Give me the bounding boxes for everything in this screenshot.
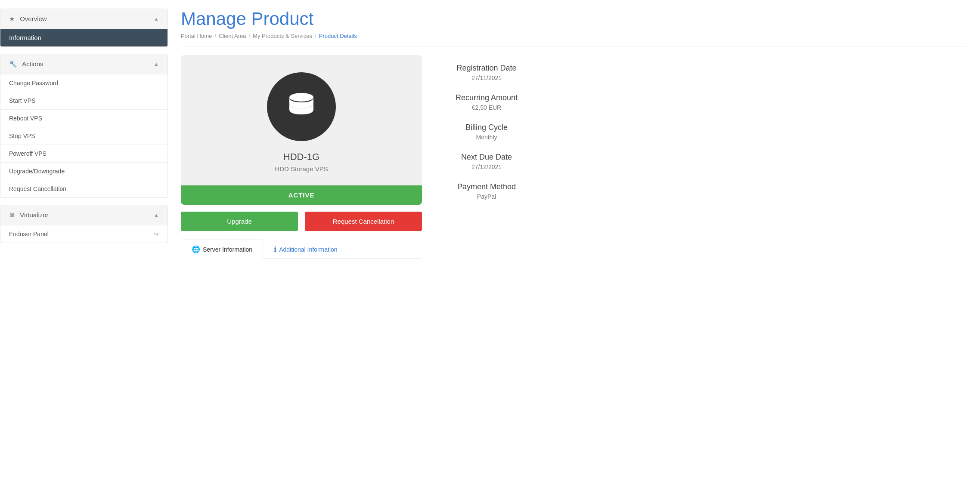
product-section: HDD-1G HDD Storage VPS ACTIVE Upgrade Re… (181, 55, 422, 259)
billing-cycle-item: Billing Cycle Monthly (439, 123, 534, 141)
breadcrumb-portal-home[interactable]: Portal Home (181, 33, 212, 39)
registration-date-value: 27/11/2021 (439, 74, 534, 81)
product-status: ACTIVE (181, 185, 422, 205)
breadcrumb-my-products[interactable]: My Products & Services (253, 33, 312, 39)
enduser-panel-label: Enduser Panel (9, 231, 49, 237)
sidebar-item-start-vps[interactable]: Start VPS (0, 92, 167, 109)
tab-additional-info-label: Additional Information (279, 246, 337, 253)
chevron-up-icon: ▲ (154, 16, 159, 22)
next-due-date-label: Next Due Date (439, 153, 534, 162)
product-card-body: HDD-1G HDD Storage VPS (181, 55, 422, 185)
breadcrumb: Portal Home / Client Area / My Products … (181, 33, 967, 46)
tab-server-info-label: Server Information (203, 246, 252, 253)
registration-date-item: Registration Date 27/11/2021 (439, 64, 534, 81)
page-title: Manage Product (181, 9, 967, 29)
recurring-amount-item: Recurring Amount €2,50 EUR (439, 93, 534, 111)
sidebar-section-overview: ★ Overview ▲ Information (0, 9, 168, 47)
sidebar-item-change-password[interactable]: Change Password (0, 74, 167, 92)
actions-label: Actions (22, 60, 43, 68)
tab-additional-information[interactable]: ℹ Additional Information (263, 240, 348, 259)
globe-icon: 🌐 (192, 245, 200, 253)
sidebar-section-virtualizor: ☸ Virtualizor ▲ Enduser Panel ↪ (0, 205, 168, 243)
right-panel: Registration Date 27/11/2021 Recurring A… (422, 55, 551, 221)
svg-point-0 (289, 93, 313, 102)
registration-date-label: Registration Date (439, 64, 534, 73)
billing-cycle-value: Monthly (439, 134, 534, 141)
database-icon (284, 89, 319, 124)
overview-header-content: ★ Overview (9, 15, 47, 23)
product-name: HDD-1G (283, 151, 319, 163)
breadcrumb-sep-1: / (214, 33, 216, 39)
virtualizor-label: Virtualizor (20, 211, 48, 219)
sidebar-section-header-virtualizor[interactable]: ☸ Virtualizor ▲ (0, 205, 167, 225)
product-icon (267, 72, 336, 141)
virtualizor-header-content: ☸ Virtualizor (9, 211, 49, 219)
info-icon: ℹ (274, 245, 276, 253)
breadcrumb-product-details: Product Details (319, 33, 357, 39)
payment-method-label: Payment Method (439, 182, 534, 191)
wrench-icon: 🔧 (9, 60, 17, 68)
virtualizor-icon: ☸ (9, 211, 15, 219)
main-content: Manage Product Portal Home / Client Area… (168, 0, 980, 499)
product-description: HDD Storage VPS (275, 165, 328, 172)
payment-method-value: PayPal (439, 193, 534, 200)
payment-method-item: Payment Method PayPal (439, 182, 534, 200)
breadcrumb-sep-3: / (315, 33, 316, 39)
chevron-up-icon-virtualizor: ▲ (154, 212, 159, 218)
sidebar-item-request-cancellation[interactable]: Request Cancellation (0, 180, 167, 197)
content-area: HDD-1G HDD Storage VPS ACTIVE Upgrade Re… (181, 55, 967, 259)
request-cancellation-button[interactable]: Request Cancellation (305, 212, 422, 231)
sidebar-item-poweroff-vps[interactable]: Poweroff VPS (0, 145, 167, 162)
sidebar-item-stop-vps[interactable]: Stop VPS (0, 127, 167, 145)
next-due-date-value: 27/12/2021 (439, 163, 534, 170)
page-layout: ★ Overview ▲ Information 🔧 Actions ▲ Cha… (0, 0, 980, 499)
product-card: HDD-1G HDD Storage VPS ACTIVE (181, 55, 422, 205)
billing-cycle-label: Billing Cycle (439, 123, 534, 132)
chevron-up-icon-actions: ▲ (154, 61, 159, 67)
sidebar-item-information[interactable]: Information (0, 29, 167, 46)
recurring-amount-value: €2,50 EUR (439, 104, 534, 111)
upgrade-button[interactable]: Upgrade (181, 212, 298, 231)
sidebar-section-header-overview[interactable]: ★ Overview ▲ (0, 9, 167, 29)
sidebar-item-upgrade-downgrade[interactable]: Upgrade/Downgrade (0, 162, 167, 180)
recurring-amount-label: Recurring Amount (439, 93, 534, 102)
overview-label: Overview (20, 15, 47, 22)
action-buttons: Upgrade Request Cancellation (181, 212, 422, 231)
arrow-icon: ↪ (154, 231, 159, 237)
star-icon: ★ (9, 15, 15, 22)
actions-header-content: 🔧 Actions (9, 60, 43, 68)
tabs: 🌐 Server Information ℹ Additional Inform… (181, 240, 422, 259)
breadcrumb-sep-2: / (248, 33, 250, 39)
sidebar-item-reboot-vps[interactable]: Reboot VPS (0, 109, 167, 127)
sidebar: ★ Overview ▲ Information 🔧 Actions ▲ Cha… (0, 0, 168, 499)
sidebar-item-enduser-panel[interactable]: Enduser Panel ↪ (0, 225, 167, 243)
tab-server-information[interactable]: 🌐 Server Information (181, 240, 263, 259)
breadcrumb-client-area[interactable]: Client Area (219, 33, 246, 39)
next-due-date-item: Next Due Date 27/12/2021 (439, 153, 534, 170)
sidebar-section-actions: 🔧 Actions ▲ Change Password Start VPS Re… (0, 54, 168, 198)
sidebar-section-header-actions[interactable]: 🔧 Actions ▲ (0, 54, 167, 74)
